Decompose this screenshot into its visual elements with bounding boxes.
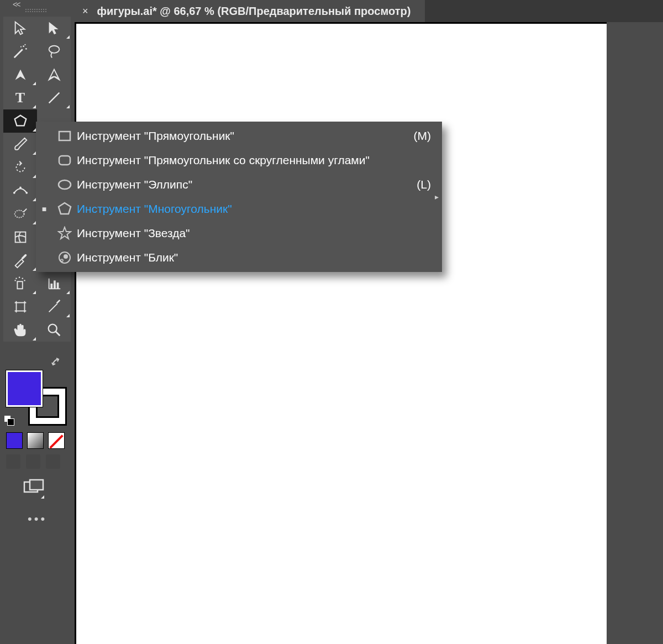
flyout-item-polygon[interactable]: ■ Инструмент "Многоугольник" bbox=[36, 197, 442, 221]
document-tab-bar: × фигуры.ai* @ 66,67 % (RGB/Предваритель… bbox=[75, 0, 663, 22]
flyout-item-shortcut: (L) bbox=[398, 178, 442, 191]
star-icon bbox=[52, 226, 77, 240]
line-segment-tool[interactable] bbox=[37, 86, 71, 109]
edit-toolbar-button[interactable]: ••• bbox=[28, 512, 47, 526]
shape-tool[interactable] bbox=[3, 109, 37, 133]
draw-behind[interactable] bbox=[26, 454, 40, 469]
color-mode-gradient[interactable] bbox=[27, 432, 44, 449]
column-graph-tool[interactable] bbox=[37, 272, 71, 295]
svg-rect-22 bbox=[54, 280, 56, 289]
svg-point-20 bbox=[14, 280, 15, 281]
curvature-tool[interactable] bbox=[37, 63, 71, 86]
screen-mode-button[interactable] bbox=[23, 479, 45, 500]
svg-rect-30 bbox=[59, 156, 70, 165]
flyout-item-label: Инструмент "Прямоугольник" bbox=[77, 129, 398, 143]
draw-inside[interactable] bbox=[46, 454, 60, 469]
hand-tool[interactable] bbox=[3, 318, 37, 342]
flyout-item-shortcut: (M) bbox=[398, 129, 442, 143]
svg-point-34 bbox=[64, 254, 68, 259]
document-tab[interactable]: × фигуры.ai* @ 66,67 % (RGB/Предваритель… bbox=[75, 0, 425, 22]
eyedropper-tool[interactable] bbox=[3, 249, 37, 272]
type-tool[interactable]: T bbox=[3, 86, 37, 109]
panel-collapse-chevrons[interactable]: << bbox=[13, 0, 19, 9]
flyout-item-label: Инструмент "Многоугольник" bbox=[77, 202, 398, 216]
fill-swatch[interactable] bbox=[6, 370, 43, 407]
swap-fill-stroke-icon[interactable] bbox=[51, 357, 63, 371]
slice-tool[interactable] bbox=[37, 295, 71, 318]
svg-point-17 bbox=[18, 277, 19, 278]
paintbrush-tool[interactable] bbox=[3, 133, 37, 156]
svg-point-9 bbox=[25, 192, 28, 194]
svg-line-6 bbox=[49, 93, 59, 103]
svg-point-4 bbox=[49, 46, 59, 53]
color-mode-row bbox=[6, 432, 65, 449]
draw-normal[interactable] bbox=[6, 454, 20, 469]
flyout-item-label: Инструмент "Блик" bbox=[77, 251, 398, 264]
lasso-tool[interactable] bbox=[37, 40, 71, 63]
rectangle-icon bbox=[52, 129, 77, 143]
flyout-item-label: Инструмент "Звезда" bbox=[77, 227, 398, 240]
flyout-tearoff-arrow[interactable]: ▸ bbox=[435, 192, 439, 201]
svg-line-26 bbox=[55, 332, 60, 336]
svg-point-19 bbox=[24, 280, 25, 281]
mesh-tool[interactable] bbox=[3, 226, 37, 249]
svg-rect-21 bbox=[50, 284, 52, 289]
flyout-item-ellipse[interactable]: Инструмент "Эллипс" (L) bbox=[36, 172, 442, 197]
drawing-mode-row bbox=[6, 454, 60, 469]
artboard-canvas[interactable] bbox=[75, 22, 607, 644]
svg-marker-32 bbox=[59, 203, 71, 214]
svg-rect-23 bbox=[56, 282, 59, 289]
svg-point-16 bbox=[15, 278, 17, 279]
direct-selection-tool[interactable] bbox=[37, 17, 71, 40]
panel-drag-handle[interactable] bbox=[25, 9, 48, 13]
svg-point-2 bbox=[24, 44, 25, 45]
flyout-item-label: Инструмент "Эллипс" bbox=[77, 178, 398, 191]
svg-point-1 bbox=[25, 48, 27, 50]
svg-point-3 bbox=[20, 46, 21, 47]
svg-rect-15 bbox=[17, 281, 22, 289]
svg-point-5 bbox=[19, 77, 22, 79]
svg-point-25 bbox=[48, 324, 56, 333]
free-transform-tool[interactable] bbox=[3, 202, 37, 226]
svg-point-31 bbox=[59, 180, 71, 189]
rounded-rectangle-icon bbox=[52, 153, 77, 167]
ellipse-icon bbox=[52, 177, 77, 192]
flyout-item-star[interactable]: Инструмент "Звезда" bbox=[36, 221, 442, 245]
flare-icon bbox=[52, 250, 77, 265]
document-tab-title: фигуры.ai* @ 66,67 % (RGB/Предварительны… bbox=[97, 5, 411, 18]
flyout-item-flare[interactable]: Инструмент "Блик" bbox=[36, 245, 442, 270]
symbol-sprayer-tool[interactable] bbox=[3, 272, 37, 295]
flyout-item-label: Инструмент "Прямоугольник со скругленным… bbox=[77, 154, 398, 167]
selection-tool[interactable] bbox=[3, 17, 37, 40]
type-tool-icon: T bbox=[15, 90, 25, 106]
svg-point-10 bbox=[19, 187, 22, 189]
svg-rect-28 bbox=[30, 480, 43, 490]
polygon-icon bbox=[52, 202, 77, 216]
rotate-tool[interactable] bbox=[3, 156, 37, 179]
width-tool[interactable] bbox=[3, 179, 37, 202]
svg-rect-12 bbox=[15, 232, 25, 243]
flyout-item-rounded-rectangle[interactable]: Инструмент "Прямоугольник со скругленным… bbox=[36, 148, 442, 172]
artboard-tool[interactable] bbox=[3, 295, 37, 318]
zoom-tool[interactable] bbox=[37, 318, 71, 342]
fill-stroke-swatches bbox=[6, 370, 61, 423]
svg-point-18 bbox=[22, 278, 23, 279]
magic-wand-tool[interactable] bbox=[3, 40, 37, 63]
svg-point-11 bbox=[14, 210, 24, 217]
svg-rect-29 bbox=[59, 132, 70, 140]
flyout-marker: ■ bbox=[36, 205, 52, 213]
pen-tool[interactable] bbox=[3, 63, 37, 86]
color-mode-solid[interactable] bbox=[6, 432, 23, 449]
default-fill-stroke-icon[interactable] bbox=[4, 416, 14, 426]
svg-marker-7 bbox=[14, 116, 26, 126]
svg-point-8 bbox=[13, 192, 15, 194]
svg-point-35 bbox=[61, 259, 63, 261]
svg-point-0 bbox=[23, 45, 24, 47]
close-tab-icon[interactable]: × bbox=[82, 6, 88, 16]
flyout-item-rectangle[interactable]: Инструмент "Прямоугольник" (M) bbox=[36, 124, 442, 148]
shape-tool-flyout: ▸ Инструмент "Прямоугольник" (M) Инструм… bbox=[36, 122, 442, 272]
svg-rect-24 bbox=[16, 303, 24, 311]
color-mode-none[interactable] bbox=[48, 432, 65, 449]
